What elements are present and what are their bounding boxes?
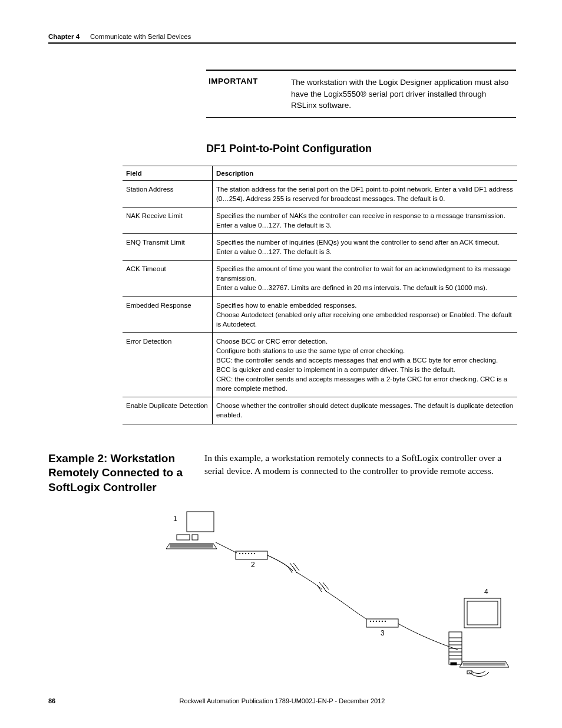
svg-point-9 <box>242 553 243 554</box>
svg-point-8 <box>239 553 240 554</box>
diagram-label-4: 4 <box>484 588 488 596</box>
config-table: Field Description Station AddressThe sta… <box>123 166 517 424</box>
svg-point-13 <box>254 553 255 554</box>
desc-cell: Choose BCC or CRC error detection.Config… <box>213 332 518 397</box>
desc-cell: Specifies the amount of time you want th… <box>213 261 518 297</box>
header-rule <box>48 42 516 44</box>
svg-point-16 <box>373 621 374 622</box>
important-text: The workstation with the Logix Designer … <box>291 77 514 111</box>
field-cell: ACK Timeout <box>123 261 213 297</box>
svg-rect-2 <box>192 535 198 540</box>
field-cell: ENQ Transmit Limit <box>123 234 213 261</box>
svg-rect-31 <box>451 663 457 665</box>
important-label: IMPORTANT <box>209 77 291 111</box>
field-cell: Error Detection <box>123 332 213 397</box>
running-header: Chapter 4 Communicate with Serial Device… <box>48 33 516 40</box>
svg-point-12 <box>251 553 252 554</box>
chapter-title: Communicate with Serial Devices <box>90 33 191 40</box>
svg-rect-0 <box>187 512 214 532</box>
chapter-label: Chapter 4 <box>48 33 80 40</box>
field-cell: NAK Receive Limit <box>123 207 213 233</box>
table-row: Embedded ResponseSpecifies how to enable… <box>123 297 517 332</box>
example-body: In this example, a workstation remotely … <box>204 452 516 495</box>
field-cell: Enable Duplicate Detection <box>123 397 213 424</box>
publication-info: Rockwell Automation Publication 1789-UM0… <box>180 697 385 704</box>
svg-rect-21 <box>464 598 501 628</box>
field-cell: Station Address <box>123 180 213 207</box>
svg-rect-22 <box>467 601 498 625</box>
table-row: Error DetectionChoose BCC or CRC error d… <box>123 332 517 397</box>
table-row: Station AddressThe station address for t… <box>123 180 517 207</box>
svg-point-11 <box>248 553 249 554</box>
table-row: Enable Duplicate DetectionChoose whether… <box>123 397 517 424</box>
svg-point-19 <box>382 621 383 622</box>
diagram-label-2: 2 <box>251 561 255 569</box>
diagram-label-3: 3 <box>381 629 385 637</box>
example-heading: Example 2: Workstation Remotely Connecte… <box>48 452 187 495</box>
page-footer: 86 Rockwell Automation Publication 1789-… <box>48 697 516 704</box>
svg-point-17 <box>376 621 377 622</box>
section-heading: DF1 Point-to-Point Configuration <box>206 143 516 155</box>
table-header-row: Field Description <box>123 166 517 180</box>
table-row: ENQ Transmit LimitSpecifies the number o… <box>123 234 517 261</box>
desc-cell: Specifies the number of inquiries (ENQs)… <box>213 234 518 261</box>
page-number: 86 <box>48 697 55 704</box>
desc-cell: Choose whether the controller should det… <box>213 397 518 424</box>
diagram-label-1: 1 <box>173 515 177 523</box>
table-row: ACK TimeoutSpecifies the amount of time … <box>123 261 517 297</box>
important-callout: IMPORTANT The workstation with the Logix… <box>206 70 516 118</box>
svg-rect-1 <box>177 535 190 540</box>
table-row: NAK Receive LimitSpecifies the number of… <box>123 207 517 233</box>
desc-cell: Specifies how to enable embedded respons… <box>213 297 518 332</box>
col-desc: Description <box>213 166 518 180</box>
col-field: Field <box>123 166 213 180</box>
svg-rect-14 <box>366 619 398 627</box>
svg-point-20 <box>385 621 386 622</box>
network-diagram: 1 2 3 4 <box>166 507 516 684</box>
desc-cell: Specifies the number of NAKs the control… <box>213 207 518 233</box>
svg-point-15 <box>370 621 371 622</box>
field-cell: Embedded Response <box>123 297 213 332</box>
svg-line-6 <box>216 542 237 553</box>
desc-cell: The station address for the serial port … <box>213 180 518 207</box>
svg-rect-7 <box>236 551 267 559</box>
svg-point-18 <box>379 621 380 622</box>
svg-point-10 <box>245 553 246 554</box>
